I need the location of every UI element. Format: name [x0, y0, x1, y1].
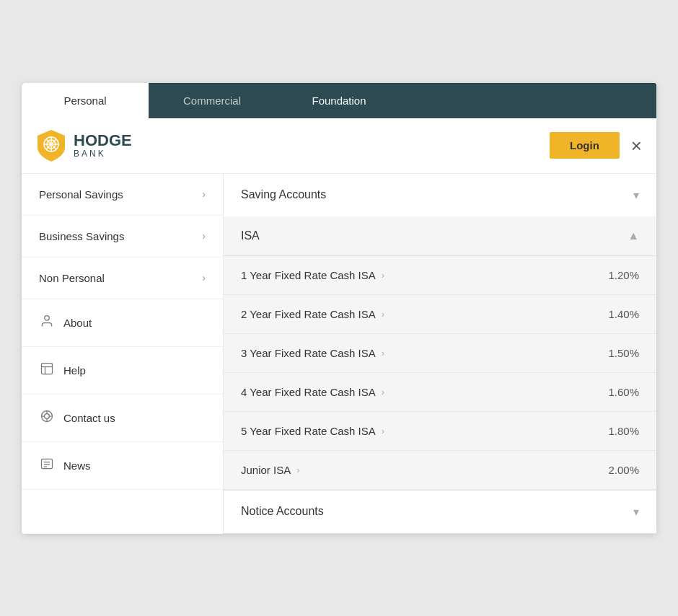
chevron-right-icon: › — [382, 348, 384, 358]
sidebar-item-business-savings[interactable]: Business Savings › — [22, 216, 223, 258]
phone-icon — [39, 409, 55, 427]
isa-item-3year-label: 3 Year Fixed Rate Cash ISA — [241, 347, 376, 359]
book-icon — [39, 361, 55, 379]
isa-item-5year-label: 5 Year Fixed Rate Cash ISA — [241, 425, 376, 437]
sidebar-label-business-savings: Business Savings — [39, 230, 124, 242]
sidebar-item-personal-savings[interactable]: Personal Savings › — [22, 174, 223, 216]
sidebar-label-contact: Contact us — [63, 412, 115, 424]
chevron-up-icon: ▲ — [628, 229, 639, 242]
isa-item-4year[interactable]: 4 Year Fixed Rate Cash ISA › 1.60% — [224, 373, 656, 412]
svg-point-6 — [45, 315, 50, 320]
isa-item-1year-label: 1 Year Fixed Rate Cash ISA — [241, 269, 376, 281]
tab-commercial[interactable]: Commercial — [149, 83, 276, 118]
notice-accounts-section: Notice Accounts ▾ — [224, 490, 656, 534]
top-navigation: Personal Commercial Foundation — [22, 83, 656, 118]
chevron-right-icon: › — [382, 426, 384, 436]
sidebar-item-contact[interactable]: Contact us — [22, 395, 223, 442]
isa-item-junior-rate: 2.00% — [608, 464, 639, 476]
close-button[interactable]: × — [631, 136, 642, 155]
news-icon — [39, 457, 55, 475]
chevron-right-icon: › — [382, 270, 384, 281]
header: HODGE BANK Login × — [22, 118, 656, 174]
chevron-down-icon: ▾ — [633, 505, 639, 519]
sidebar-label-personal-savings: Personal Savings — [39, 188, 123, 201]
logo-text: HODGE BANK — [74, 133, 132, 159]
sidebar-label-news: News — [63, 459, 91, 472]
header-right: Login × — [550, 132, 642, 159]
sidebar-label-non-personal: Non Personal — [39, 272, 105, 284]
sidebar-item-help[interactable]: Help — [22, 347, 223, 395]
isa-item-3year-rate: 1.50% — [608, 347, 639, 359]
isa-item-2year-rate: 1.40% — [608, 308, 639, 320]
logo: HODGE BANK — [36, 128, 132, 163]
isa-item-1year-rate: 1.20% — [608, 269, 639, 281]
chevron-right-icon: › — [382, 387, 384, 397]
sidebar-item-about[interactable]: About — [22, 299, 223, 347]
sidebar-label-help: Help — [63, 364, 86, 377]
chevron-right-icon: › — [202, 230, 206, 242]
svg-point-11 — [45, 413, 50, 418]
sidebar-item-non-personal[interactable]: Non Personal › — [22, 258, 223, 299]
sidebar-label-about: About — [63, 317, 92, 329]
login-button[interactable]: Login — [550, 132, 620, 159]
isa-item-2year[interactable]: 2 Year Fixed Rate Cash ISA › 1.40% — [224, 295, 656, 334]
saving-accounts-label: Saving Accounts — [241, 188, 326, 201]
saving-accounts-section: Saving Accounts ▾ ISA ▲ 1 Year Fixed Rat… — [224, 174, 656, 490]
svg-rect-7 — [42, 363, 53, 374]
isa-items-list: 1 Year Fixed Rate Cash ISA › 1.20% 2 Yea… — [224, 256, 656, 490]
main-container: Personal Commercial Foundation HODGE BAN… — [22, 83, 656, 534]
logo-shield-icon — [36, 128, 66, 163]
tab-foundation[interactable]: Foundation — [276, 83, 402, 118]
chevron-right-icon: › — [382, 309, 384, 320]
sidebar: Personal Savings › Business Savings › No… — [22, 174, 224, 534]
isa-item-4year-label: 4 Year Fixed Rate Cash ISA — [241, 386, 376, 398]
main-content: Personal Savings › Business Savings › No… — [22, 174, 656, 534]
isa-item-3year[interactable]: 3 Year Fixed Rate Cash ISA › 1.50% — [224, 334, 656, 373]
chevron-down-icon: ▾ — [633, 188, 639, 202]
isa-item-5year[interactable]: 5 Year Fixed Rate Cash ISA › 1.80% — [224, 412, 656, 451]
isa-label: ISA — [241, 229, 260, 242]
sidebar-item-news[interactable]: News — [22, 442, 223, 490]
logo-bank-label: BANK — [74, 149, 132, 159]
isa-item-4year-rate: 1.60% — [608, 386, 639, 398]
person-icon — [39, 314, 55, 332]
notice-accounts-header[interactable]: Notice Accounts ▾ — [224, 490, 656, 533]
saving-accounts-body: ISA ▲ 1 Year Fixed Rate Cash ISA › 1.20% — [224, 216, 656, 490]
isa-header[interactable]: ISA ▲ — [224, 216, 656, 256]
logo-hodge-label: HODGE — [74, 133, 132, 149]
notice-accounts-label: Notice Accounts — [241, 505, 324, 518]
isa-item-1year[interactable]: 1 Year Fixed Rate Cash ISA › 1.20% — [224, 256, 656, 295]
isa-item-2year-label: 2 Year Fixed Rate Cash ISA — [241, 308, 376, 320]
isa-item-junior[interactable]: Junior ISA › 2.00% — [224, 451, 656, 490]
chevron-right-icon: › — [202, 188, 206, 200]
isa-item-junior-label: Junior ISA — [241, 464, 291, 476]
chevron-right-icon: › — [202, 272, 206, 283]
tab-personal[interactable]: Personal — [22, 83, 149, 118]
chevron-right-icon: › — [296, 465, 299, 475]
right-panel: Saving Accounts ▾ ISA ▲ 1 Year Fixed Rat… — [224, 174, 656, 534]
isa-item-5year-rate: 1.80% — [608, 425, 639, 437]
saving-accounts-header[interactable]: Saving Accounts ▾ — [224, 174, 656, 216]
